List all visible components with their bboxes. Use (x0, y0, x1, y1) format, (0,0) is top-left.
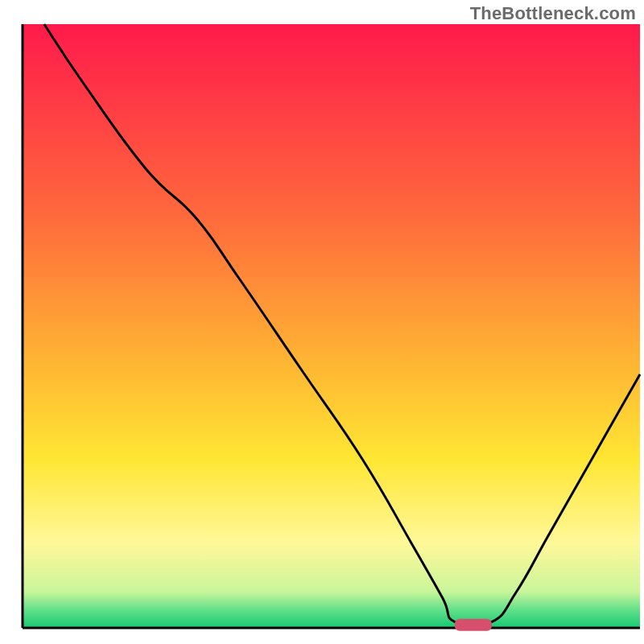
watermark-text: TheBottleneck.com (470, 3, 636, 24)
bottleneck-chart (0, 0, 644, 644)
chart-container: TheBottleneck.com (0, 0, 644, 644)
optimal-marker (455, 619, 492, 631)
